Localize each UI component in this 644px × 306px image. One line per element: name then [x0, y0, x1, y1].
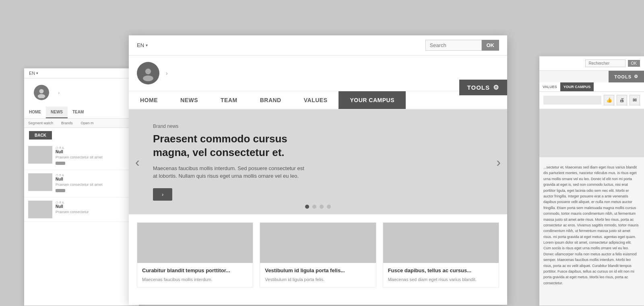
- card-3-title: Fusce dapibus, tellus ac cursus...: [388, 267, 494, 274]
- slider-tag: Brand news: [153, 123, 306, 129]
- dot-4[interactable]: [327, 205, 331, 209]
- like-button[interactable]: 👍: [604, 95, 614, 105]
- nav-home[interactable]: HOME: [129, 91, 169, 109]
- nav-your-campus[interactable]: YOUR CAMPUS: [339, 91, 406, 109]
- list-item-image: [28, 201, 52, 218]
- left-sub-brands[interactable]: Brands: [57, 119, 77, 127]
- avatar: [137, 62, 159, 84]
- list-item: ◷ ff & Null Praesen consectetur sit amet: [24, 143, 139, 170]
- card-1-desc: Maecenas faucibus mollis interdum.: [142, 277, 248, 283]
- right-search-input[interactable]: [585, 60, 625, 67]
- nav-brand[interactable]: BRAND: [249, 91, 293, 109]
- svg-point-0: [39, 89, 44, 93]
- right-background-window: OK TOOLS ⚙ VALUES YOUR CAMPUS 👍 🖨 ✉ ...s…: [539, 56, 644, 306]
- right-action-input[interactable]: [543, 96, 601, 105]
- right-tools-gear-icon: ⚙: [634, 74, 638, 79]
- card-3[interactable]: Fusce dapibus, tellus ac cursus... Maece…: [383, 222, 499, 288]
- right-ok-button[interactable]: OK: [628, 60, 640, 67]
- card-2-desc: Vestibulum id ligula porta felis.: [265, 277, 371, 283]
- nav-team[interactable]: TEAM: [209, 91, 249, 109]
- dot-3[interactable]: [320, 205, 324, 209]
- lang-label: EN: [137, 42, 144, 48]
- list-item-meta: ◷ ff &: [56, 173, 135, 177]
- left-nav: HOME NEWS TEAM: [24, 107, 139, 119]
- svg-point-2: [145, 69, 151, 74]
- svg-point-3: [143, 76, 153, 81]
- hero-slider: ‹ Brand news Praesent commodo cursus mag…: [129, 110, 507, 214]
- right-content-text: ...sectetur et. Maecenas sed diam eget r…: [539, 160, 644, 290]
- left-nav-home[interactable]: HOME: [24, 107, 46, 118]
- right-tools-button[interactable]: TOOLS ⚙: [609, 71, 644, 82]
- list-item-meta: ◷ ff &: [56, 201, 135, 204]
- mail-button[interactable]: ✉: [630, 95, 640, 105]
- dot-2[interactable]: [312, 205, 316, 209]
- list-item-image: [28, 173, 52, 191]
- right-tools-label: TOOLS: [614, 74, 632, 79]
- card-2-image: [260, 223, 376, 263]
- card-1[interactable]: Curabitur blandit tempus porttitor... Ma…: [137, 222, 253, 288]
- left-nav-news[interactable]: NEWS: [46, 107, 68, 118]
- search-bar: OK: [425, 40, 500, 51]
- slider-next-button[interactable]: ›: [496, 155, 501, 170]
- tools-gear-icon: ⚙: [493, 84, 499, 91]
- main-window: EN ▾ OK › TOOLS ⚙ HOME NEWS TEAM BRAND V…: [129, 35, 507, 305]
- lang-arrow-icon: ▾: [146, 43, 148, 47]
- left-sub-nav: Segment watch Brands Open m: [24, 119, 139, 128]
- left-sub-segment[interactable]: Segment watch: [24, 119, 57, 127]
- right-nav: VALUES YOUR CAMPUS: [539, 82, 644, 92]
- lang-selector[interactable]: EN ▾: [137, 42, 148, 48]
- search-ok-button[interactable]: OK: [482, 40, 500, 51]
- right-action-bar: 👍 🖨 ✉: [539, 92, 644, 109]
- card-1-image: [137, 223, 253, 263]
- right-top-bar: OK: [539, 56, 644, 71]
- list-item-title: Null: [56, 204, 135, 209]
- tools-button[interactable]: TOOLS ⚙: [459, 80, 507, 95]
- left-lang-selector[interactable]: EN ▾: [29, 71, 38, 76]
- list-item-desc: Praesen consectetur: [56, 210, 135, 214]
- list-item-title: Null: [56, 177, 135, 181]
- dot-1[interactable]: [305, 205, 309, 209]
- slider-title: Praesent commodo cursus magna, vel conse…: [153, 132, 306, 160]
- print-button[interactable]: 🖨: [617, 95, 627, 105]
- list-item-image: [28, 146, 52, 164]
- slider-description: Maecenas faucibus mollis interdum. Sed p…: [153, 164, 306, 180]
- slider-cta-button[interactable]: ›: [153, 188, 172, 201]
- left-background-window: EN ▾ › HOME NEWS TEAM Segment watch Bran…: [24, 68, 139, 306]
- left-nav-team[interactable]: TEAM: [68, 107, 89, 118]
- back-button[interactable]: BACK: [29, 131, 52, 140]
- left-top-bar: EN ▾: [24, 68, 139, 78]
- slider-cta-arrow-icon: ›: [162, 191, 163, 197]
- right-hero-image: [539, 109, 644, 157]
- left-sub-open[interactable]: Open m: [77, 119, 98, 127]
- card-1-title: Curabitur blandit tempus porttitor...: [142, 267, 248, 274]
- card-3-image: [383, 223, 499, 263]
- main-nav-bar: HOME NEWS TEAM BRAND VALUES YOUR CAMPUS: [129, 91, 507, 110]
- slider-dots: [305, 205, 331, 209]
- right-nav-values[interactable]: VALUES: [539, 82, 560, 91]
- list-item-meta: ◷ ff &: [56, 146, 135, 150]
- tools-label: TOOLS: [467, 84, 490, 91]
- list-item: ◷ ff & Null Praesen consectetur sit amet: [24, 170, 139, 197]
- right-nav-your-campus[interactable]: YOUR CAMPUS: [560, 82, 594, 91]
- right-tools-area: TOOLS ⚙: [539, 71, 644, 82]
- list-item-title: Null: [56, 150, 135, 154]
- svg-point-1: [38, 94, 45, 98]
- list-item-tag: [56, 162, 65, 165]
- main-top-bar: EN ▾ OK: [129, 35, 507, 55]
- left-profile-area: ›: [24, 78, 139, 107]
- slider-prev-button[interactable]: ‹: [135, 155, 140, 170]
- nav-values[interactable]: VALUES: [293, 91, 339, 109]
- profile-arrow-icon[interactable]: ›: [166, 70, 168, 76]
- search-input[interactable]: [425, 40, 482, 51]
- list-item-desc: Praesen consectetur sit amet: [56, 183, 135, 187]
- left-profile-arrow[interactable]: ›: [58, 90, 60, 96]
- card-2[interactable]: Vestibulum id ligula porta felis... Vest…: [260, 222, 376, 288]
- cards-section: Curabitur blandit tempus porttitor... Ma…: [129, 214, 507, 296]
- slider-content: Brand news Praesent commodo cursus magna…: [129, 111, 330, 213]
- list-item: ◷ ff & Null Praesen consectetur: [24, 197, 139, 222]
- card-2-title: Vestibulum id ligula porta felis...: [265, 267, 371, 274]
- list-item-desc: Praesen consectetur sit amet: [56, 155, 135, 159]
- nav-news[interactable]: NEWS: [169, 91, 209, 109]
- list-item-tag: [56, 189, 65, 192]
- profile-section: › TOOLS ⚙: [129, 55, 507, 91]
